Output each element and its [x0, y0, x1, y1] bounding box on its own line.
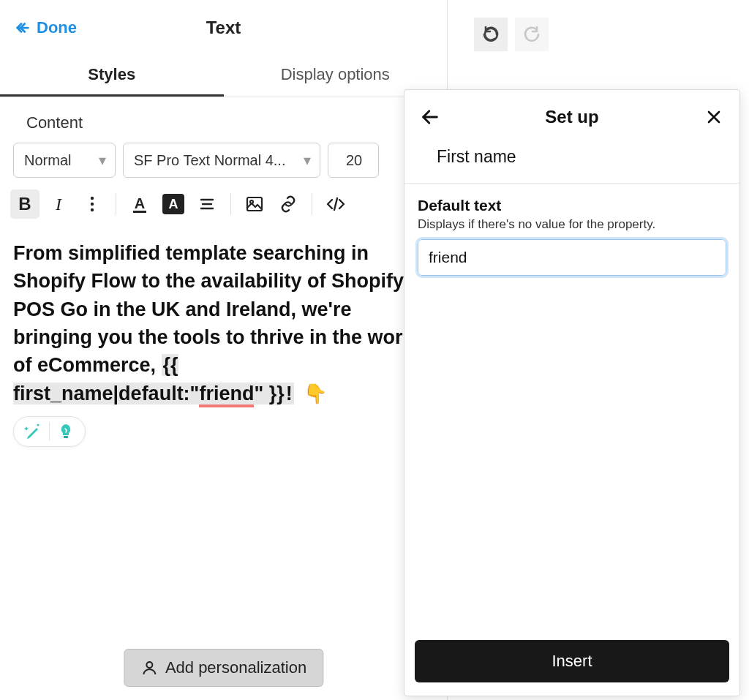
text-style-toolbar: B I A A: [0, 185, 447, 226]
italic-button[interactable]: I: [44, 189, 73, 219]
svg-point-2: [91, 203, 94, 206]
svg-line-11: [334, 198, 337, 210]
tabs: Styles Display options: [0, 55, 447, 97]
toolbar-separator: [116, 193, 116, 215]
align-button[interactable]: [192, 189, 222, 219]
svg-point-12: [37, 424, 39, 426]
bold-button[interactable]: B: [10, 189, 39, 219]
svg-point-14: [146, 662, 152, 668]
svg-point-3: [91, 208, 94, 211]
paragraph-format-value: Normal: [24, 152, 71, 169]
link-icon: [279, 195, 298, 214]
ai-ideas-button[interactable]: [54, 420, 78, 443]
ai-assist-toolbar: [13, 416, 86, 447]
font-size-value: 20: [346, 152, 362, 169]
header: Done Text: [0, 0, 447, 55]
arrow-left-icon: [15, 20, 31, 36]
image-icon: [245, 195, 264, 214]
separator: [49, 422, 50, 441]
redo-button: [515, 18, 549, 51]
undo-icon: [482, 26, 500, 43]
popover-body: Default text Displays if there's no valu…: [404, 184, 739, 630]
person-icon: [140, 659, 158, 677]
image-button[interactable]: [240, 189, 269, 219]
code-view-button[interactable]: [321, 189, 350, 219]
align-icon: [198, 195, 216, 213]
format-toolbar: Normal ▾ SF Pro Text Normal 4... ▾ 20: [0, 143, 447, 185]
svg-rect-13: [64, 436, 68, 438]
magic-pencil-icon: [23, 422, 42, 441]
lightbulb-icon: [56, 422, 75, 441]
default-text-label: Default text: [418, 197, 726, 214]
done-label: Done: [37, 18, 77, 37]
insert-button[interactable]: Insert: [415, 640, 729, 682]
close-button[interactable]: [701, 105, 726, 129]
text-color-button[interactable]: A: [125, 189, 154, 219]
toolbar-separator: [312, 193, 312, 215]
undo-button[interactable]: [474, 18, 508, 51]
more-formatting-button[interactable]: [78, 189, 107, 219]
svg-text:A: A: [135, 195, 145, 211]
font-family-value: SF Pro Text Normal 4...: [134, 152, 285, 169]
kebab-icon: [90, 195, 94, 213]
done-button[interactable]: Done: [15, 18, 77, 37]
highlight-color-button[interactable]: A: [159, 189, 188, 219]
property-name: First name: [404, 144, 739, 183]
editor-sidebar: Done Text Styles Display options Content…: [0, 0, 448, 700]
default-text-help: Displays if there's no value for the pro…: [418, 217, 726, 232]
panel-title: Text: [206, 18, 241, 38]
toolbar-separator: [230, 193, 231, 215]
redo-icon: [523, 26, 541, 43]
tab-styles[interactable]: Styles: [0, 55, 224, 97]
personalization-setup-popover: Set up First name Default text Displays …: [404, 89, 740, 696]
content-section-label: Content: [0, 97, 447, 143]
arrow-left-icon: [420, 107, 440, 127]
close-icon: [705, 108, 723, 126]
paragraph-format-select[interactable]: Normal ▾: [13, 143, 116, 178]
popover-title: Set up: [545, 107, 598, 127]
ai-write-button[interactable]: [21, 420, 45, 443]
default-text-input[interactable]: [418, 239, 726, 276]
font-family-select[interactable]: SF Pro Text Normal 4... ▾: [123, 143, 320, 178]
link-button[interactable]: [274, 189, 303, 219]
svg-point-1: [91, 197, 94, 200]
editor-area[interactable]: From simplified template searching in Sh…: [0, 226, 447, 447]
text-color-icon: A: [130, 195, 149, 214]
back-button[interactable]: [418, 105, 443, 129]
chevron-down-icon: ▾: [304, 151, 311, 169]
font-size-select[interactable]: 20: [328, 143, 379, 178]
editor-content[interactable]: From simplified template searching in Sh…: [13, 239, 434, 407]
add-personalization-button[interactable]: Add personalization: [124, 649, 323, 687]
popover-header: Set up: [404, 90, 739, 144]
chevron-down-icon: ▾: [99, 151, 106, 169]
canvas-history-toolbar: [448, 0, 749, 51]
popover-footer: Insert: [404, 630, 739, 696]
add-personalization-label: Add personalization: [165, 658, 306, 677]
editor-body-text: From simplified template searching in Sh…: [13, 242, 420, 376]
pointing-down-emoji: 👇: [304, 383, 327, 404]
svg-rect-5: [133, 211, 146, 213]
code-icon: [325, 195, 346, 213]
svg-rect-9: [247, 197, 262, 211]
